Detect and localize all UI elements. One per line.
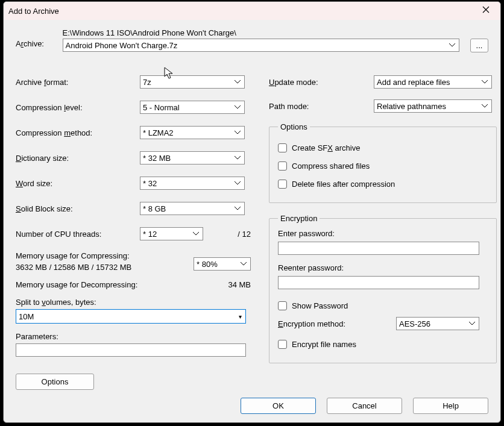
update-mode-select[interactable]: Add and replace files (374, 75, 492, 89)
parameters-input[interactable] (16, 343, 246, 357)
options-legend: Options (278, 122, 310, 131)
mem-compress-label: Memory usage for Compressing: (16, 251, 194, 260)
help-button[interactable]: Help (413, 398, 488, 414)
encryption-method-select[interactable]: AES-256 (396, 317, 479, 330)
encrypt-names-checkbox[interactable] (278, 340, 287, 349)
create-sfx-label: Create SFX archive (292, 143, 360, 152)
options-group: Options Create SFX archive Compress shar… (269, 122, 497, 203)
solid-block-size-select[interactable]: * 8 GB (140, 202, 245, 215)
update-mode-label: Update mode: (269, 78, 374, 87)
dictionary-size-select[interactable]: * 32 MB (140, 151, 245, 164)
dictionary-size-label: Dictionary size: (16, 154, 140, 163)
delete-after-label: Delete files after compression (292, 180, 395, 189)
cancel-button[interactable]: Cancel (327, 398, 402, 414)
split-volumes-combo[interactable]: ▾ (16, 309, 246, 324)
browse-button[interactable]: ... (470, 39, 488, 52)
titlebar: Add to Archive (4, 2, 500, 20)
ok-button[interactable]: OK (241, 398, 316, 414)
encrypt-names-label: Encrypt file names (292, 340, 356, 349)
archive-name-combo[interactable]: Android Phone Won't Charge.7z (63, 39, 459, 52)
encryption-group: Encryption Enter password: Reenter passw… (269, 214, 497, 363)
window-title: Add to Archive (8, 7, 59, 16)
mem-compress-value: 3632 MB / 12586 MB / 15732 MB (16, 263, 194, 272)
path-mode-label: Path mode: (269, 102, 374, 111)
enter-password-label: Enter password: (278, 229, 488, 238)
parameters-label: Parameters: (16, 332, 251, 341)
archive-format-label: Archive format: (16, 78, 140, 87)
compression-level-select[interactable]: 5 - Normal (140, 101, 245, 114)
compression-method-label: Compression method: (16, 128, 140, 137)
archive-label: Archive: (16, 39, 44, 48)
compress-shared-label: Compress shared files (292, 161, 370, 171)
show-password-label: Show Password (292, 301, 348, 310)
create-sfx-checkbox[interactable] (278, 143, 287, 152)
compress-shared-checkbox[interactable] (278, 161, 287, 171)
options-button[interactable]: Options (16, 374, 94, 390)
enter-password-input[interactable] (278, 242, 479, 255)
split-volumes-label: Split to volumes, bytes: (16, 298, 251, 307)
reenter-password-input[interactable] (278, 276, 479, 289)
cpu-threads-select[interactable]: * 12 (140, 227, 203, 240)
word-size-select[interactable]: * 32 (140, 177, 245, 190)
reenter-password-label: Reenter password: (278, 263, 488, 272)
chevron-down-icon[interactable]: ▾ (235, 313, 245, 320)
cpu-threads-label: Number of CPU threads: (16, 230, 140, 239)
encryption-method-label: Encryption method: (278, 319, 396, 328)
archive-path-text: E:\Windows 11 ISO\Android Phone Won't Ch… (63, 28, 459, 37)
mem-decompress-label: Memory usage for Decompressing: (16, 280, 228, 289)
path-mode-select[interactable]: Relative pathnames (374, 99, 492, 113)
mem-decompress-value: 34 MB (228, 280, 251, 289)
solid-block-size-label: Solid Block size: (16, 204, 140, 213)
show-password-checkbox[interactable] (278, 301, 287, 310)
mem-compress-pct-select[interactable]: * 80% (194, 257, 251, 271)
compression-method-select[interactable]: * LZMA2 (140, 126, 245, 139)
encryption-legend: Encryption (278, 214, 320, 223)
split-volumes-input[interactable] (16, 310, 235, 322)
compression-level-label: Compression level: (16, 103, 140, 112)
delete-after-checkbox[interactable] (278, 180, 287, 189)
archive-format-select[interactable]: 7z (140, 75, 245, 89)
word-size-label: Word size: (16, 179, 140, 188)
close-button[interactable] (474, 3, 498, 17)
dialog-window: Add to Archive Archive: E:\Windows 11 IS… (3, 1, 501, 423)
cpu-threads-max: / 12 (203, 230, 251, 239)
